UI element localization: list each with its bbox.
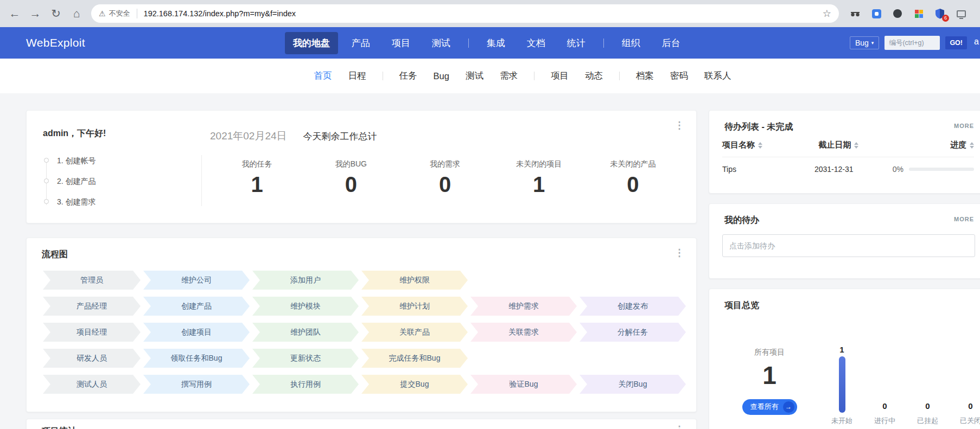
nav-item-admin[interactable]: 后台 — [654, 32, 689, 54]
flow-chip[interactable]: 维护需求 — [470, 297, 577, 316]
subnav-contacts[interactable]: 联系人 — [704, 70, 731, 82]
todo-name[interactable]: Tips — [722, 165, 814, 174]
subnav-project[interactable]: 项目 — [551, 70, 569, 82]
module-dropdown[interactable]: Bug ▾ — [850, 36, 879, 49]
col-header-progress[interactable]: 进度 — [900, 140, 974, 150]
flow-chip[interactable]: 完成任务和Bug — [361, 349, 468, 368]
subnav-story[interactable]: 需求 — [500, 70, 518, 82]
blue-extension-icon[interactable] — [870, 7, 883, 20]
table-row[interactable]: Tips 2031-12-31 0% — [722, 157, 974, 174]
stat-my-bugs[interactable]: 我的BUG 0 — [304, 159, 398, 195]
flow-chip[interactable]: 验证Bug — [470, 375, 577, 394]
avatar[interactable]: a — [974, 37, 980, 47]
flow-chip[interactable]: 维护模块 — [252, 297, 359, 316]
kebab-menu-icon[interactable]: ⋮ — [674, 247, 684, 259]
chevron-down-icon: ▾ — [871, 40, 874, 46]
flow-chip[interactable]: 关闭Bug — [580, 375, 686, 394]
flow-chip[interactable]: 领取任务和Bug — [143, 349, 250, 368]
stat-open-projects[interactable]: 未关闭的项目 1 — [492, 159, 586, 195]
flow-chip[interactable]: 创建项目 — [143, 323, 250, 342]
brand-logo[interactable]: WebExploit — [26, 36, 85, 49]
refresh-icon[interactable]: ↻ — [46, 7, 66, 20]
forward-icon[interactable]: → — [25, 7, 46, 20]
more-link[interactable]: MORE — [954, 123, 974, 129]
step-create-story[interactable]: 3. 创建需求 — [44, 197, 185, 207]
flow-chip[interactable]: 关联需求 — [470, 323, 577, 342]
flow-chip[interactable]: 分解任务 — [580, 323, 686, 342]
work-summary: 2021年02月24日 今天剩余工作总计 我的任务 1 我的BUG 0 我的需求… — [210, 129, 680, 195]
bookmark-star-icon[interactable]: ☆ — [823, 8, 831, 20]
flow-row-developer: 研发人员 领取任务和Bug 更新状态 完成任务和Bug — [43, 349, 680, 368]
flow-chip[interactable]: 维护团队 — [252, 323, 359, 342]
col-header-name[interactable]: 项目名称 — [722, 140, 818, 150]
project-overview-title: 项目总览 — [724, 300, 759, 311]
flow-chip[interactable]: 关联产品 — [361, 323, 468, 342]
summary-title: 今天剩余工作总计 — [303, 130, 377, 143]
nav-item-project[interactable]: 项目 — [384, 32, 418, 54]
flow-chip[interactable]: 提交Bug — [361, 375, 468, 394]
flow-chip[interactable]: 创建发布 — [580, 297, 686, 316]
flow-chip[interactable]: 撰写用例 — [143, 375, 250, 394]
subnav-test[interactable]: 测试 — [466, 70, 483, 82]
nav-item-product[interactable]: 产品 — [343, 32, 378, 54]
subnav-divider — [534, 72, 534, 80]
secondary-nav: 首页 日程 任务 Bug 测试 需求 项目 动态 档案 密码 联系人 — [0, 59, 980, 93]
flow-chip[interactable]: 测试人员 — [43, 375, 141, 394]
kebab-menu-icon[interactable]: ⋮ — [674, 424, 684, 429]
flow-chip[interactable]: 维护公司 — [143, 271, 250, 290]
view-all-button[interactable]: 查看所有 → — [742, 399, 797, 415]
flow-chip[interactable]: 维护权限 — [361, 271, 468, 290]
subnav-calendar[interactable]: 日程 — [348, 70, 366, 82]
nav-item-test[interactable]: 测试 — [424, 32, 459, 54]
chart-col-closed: 0 已关闭 — [949, 343, 980, 426]
nav-item-org[interactable]: 组织 — [614, 32, 648, 54]
subnav-bug[interactable]: Bug — [434, 71, 449, 81]
address-bar[interactable]: ⚠ 不安全 192.168.174.132/index.php?m=my&f=i… — [91, 4, 839, 23]
id-search-input[interactable] — [884, 36, 940, 50]
subnav-home[interactable]: 首页 — [314, 70, 332, 82]
sort-icon[interactable] — [854, 142, 858, 149]
cast-extension-icon[interactable] — [954, 7, 968, 20]
subnav-dynamic[interactable]: 动态 — [585, 70, 603, 82]
colorful-extension-icon[interactable] — [912, 7, 925, 20]
stat-my-stories[interactable]: 我的需求 0 — [398, 159, 492, 195]
flow-chip[interactable]: 更新状态 — [252, 349, 359, 368]
todo-table: 项目名称 截止日期 进度 Tips 2031-12-31 0% — [722, 140, 974, 174]
kebab-menu-icon[interactable]: ⋮ — [674, 119, 684, 131]
go-button[interactable]: GO! — [945, 36, 967, 49]
add-todo-input[interactable] — [722, 234, 975, 257]
nav-item-doc[interactable]: 文档 — [519, 32, 553, 54]
step-create-product[interactable]: 2. 创建产品 — [44, 177, 185, 187]
subnav-task[interactable]: 任务 — [399, 70, 417, 82]
flow-chip[interactable]: 产品经理 — [43, 297, 141, 316]
more-link[interactable]: MORE — [954, 216, 974, 222]
nav-item-my[interactable]: 我的地盘 — [285, 32, 338, 54]
browser-toolbar: ← → ↻ ⌂ ⚠ 不安全 192.168.174.132/index.php?… — [0, 0, 980, 27]
dark-extension-icon[interactable] — [891, 7, 904, 20]
nav-item-stats[interactable]: 统计 — [559, 32, 594, 54]
back-icon[interactable]: ← — [4, 7, 25, 20]
flow-chip[interactable]: 创建产品 — [143, 297, 250, 316]
stat-open-products[interactable]: 未关闭的产品 0 — [586, 159, 680, 195]
col-header-deadline[interactable]: 截止日期 — [818, 140, 900, 150]
flow-chip[interactable]: 添加用户 — [252, 271, 359, 290]
flow-chip[interactable]: 执行用例 — [252, 375, 359, 394]
nav-item-integration[interactable]: 集成 — [479, 32, 513, 54]
sort-icon[interactable] — [970, 142, 974, 149]
flow-chip[interactable]: 管理员 — [43, 271, 141, 290]
not-secure-icon[interactable]: ⚠ — [99, 9, 106, 18]
subnav-divider — [619, 72, 620, 80]
vertical-divider — [201, 155, 202, 206]
home-icon[interactable]: ⌂ — [66, 7, 87, 20]
address-divider — [137, 9, 137, 18]
flow-chip[interactable]: 项目经理 — [43, 323, 141, 342]
flow-chip[interactable]: 维护计划 — [361, 297, 468, 316]
incognito-extension-icon[interactable] — [849, 7, 862, 20]
flow-chip[interactable]: 研发人员 — [43, 349, 141, 368]
step-create-account[interactable]: 1. 创建帐号 — [44, 156, 185, 166]
shield-extension-icon[interactable]: 6 — [933, 7, 946, 20]
subnav-profile[interactable]: 档案 — [636, 70, 654, 82]
subnav-password[interactable]: 密码 — [670, 70, 688, 82]
sort-icon[interactable] — [758, 142, 762, 149]
stat-my-tasks[interactable]: 我的任务 1 — [210, 159, 304, 195]
